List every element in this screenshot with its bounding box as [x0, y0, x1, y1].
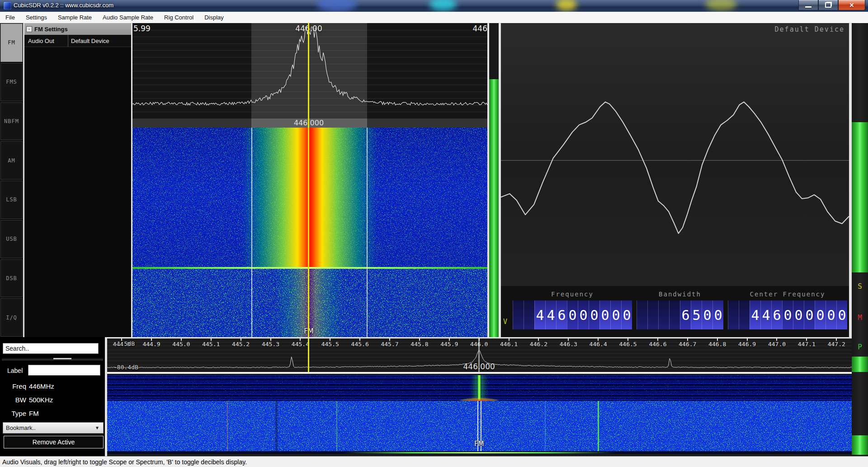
digit-cell[interactable] — [647, 300, 658, 329]
collapse-icon[interactable]: - — [26, 26, 32, 32]
digit-cell[interactable] — [658, 300, 669, 329]
digit-cell[interactable]: 0 — [815, 300, 826, 329]
volume-meter-track[interactable] — [852, 23, 868, 122]
search-input[interactable] — [3, 343, 99, 354]
center-frequency-label: Center Frequency — [750, 286, 826, 298]
overview-level-track[interactable] — [852, 372, 868, 435]
sidebar-item-i-q[interactable]: I/Q — [0, 298, 23, 337]
digit-cell[interactable]: 0 — [782, 300, 793, 329]
digit-cell[interactable]: 4 — [760, 300, 771, 329]
digit-cell[interactable] — [524, 300, 534, 329]
sidebar-item-lsb[interactable]: LSB — [0, 181, 23, 219]
menu-item-file[interactable]: File — [0, 12, 20, 23]
digit-cell[interactable]: 4 — [545, 300, 556, 329]
frequency-cursor — [308, 23, 309, 337]
chevron-down-icon: ▼ — [95, 425, 99, 430]
gridline — [107, 353, 852, 354]
menu-item-rig-control[interactable]: Rig Control — [159, 12, 199, 23]
restore-button[interactable] — [818, 0, 838, 10]
gridline — [107, 346, 852, 346]
peak-hold-button[interactable]: P — [852, 337, 868, 357]
menu-item-settings[interactable]: Settings — [20, 12, 52, 23]
gridline — [132, 112, 487, 112]
digit-cell[interactable]: 4 — [534, 300, 545, 329]
splitter-handle[interactable] — [53, 358, 71, 359]
spectrum-trace — [132, 27, 487, 105]
audio-out-row: Audio Out Default Device — [24, 35, 131, 47]
digit-cell[interactable] — [728, 300, 739, 329]
fm-settings-header: - FM Settings — [24, 23, 131, 35]
digit-cell[interactable]: 0 — [599, 300, 610, 329]
sidebar-item-dsb[interactable]: DSB — [0, 259, 23, 298]
digit-cell[interactable]: 0 — [793, 300, 804, 329]
close-button[interactable]: ✕ — [838, 0, 865, 10]
overview-waterfall-level-fill[interactable] — [852, 435, 868, 455]
sidebar-item-fms[interactable]: FMS — [0, 63, 23, 101]
scope-view[interactable]: Default Device — [501, 23, 849, 286]
demod-band-edge-line[interactable] — [367, 128, 368, 337]
overview-waterfall-upper — [107, 375, 852, 401]
sidebar-item-fm[interactable]: FM — [0, 24, 23, 62]
spectrum-left-freq-label: 5.99 — [133, 24, 151, 33]
gridline — [132, 57, 487, 57]
gridline — [107, 361, 852, 361]
bookmark-info-freq: Freq446MHz — [0, 382, 105, 390]
main-waterfall[interactable]: FM — [132, 128, 487, 337]
digit-cell[interactable]: 0 — [826, 300, 836, 329]
digit-cell[interactable] — [669, 300, 680, 329]
bookmark-info-bw: BW500KHz — [0, 396, 105, 404]
sidebar-item-am[interactable]: AM — [0, 141, 23, 180]
label-input[interactable] — [28, 365, 100, 376]
status-text: Audio Visuals, drag left/right to toggle… — [2, 458, 247, 466]
digit-cell[interactable]: 0 — [836, 300, 847, 329]
minimize-button[interactable] — [798, 0, 818, 10]
digit-cell[interactable]: 0 — [567, 300, 578, 329]
digit-cell[interactable]: 5 — [691, 300, 702, 329]
digit-cell[interactable]: 0 — [712, 300, 723, 329]
demod-type-label: FM — [474, 440, 484, 448]
frequency-digits: 446000000 — [513, 300, 632, 329]
main-spectrum-area: 5.99 446.00 446 446.000 FM — [132, 23, 487, 337]
digit-cell[interactable]: 0 — [578, 300, 589, 329]
bookmark-info-type: TypeFM — [0, 410, 105, 417]
menu-item-sample-rate[interactable]: Sample Rate — [52, 12, 97, 23]
menu-item-display[interactable]: Display — [199, 12, 229, 23]
bookmark-dropdown[interactable]: Bookmark.. ▼ — [3, 422, 104, 434]
solo-button[interactable]: S — [852, 275, 868, 298]
title-bar: CubicSDR v0.2.2 :: www.cubicsdr.com ✕ — [0, 0, 868, 12]
signal-column — [477, 375, 481, 401]
overview-waterfall[interactable]: FM — [107, 375, 852, 454]
waterfall-header-strip: 446.000 — [132, 119, 487, 128]
info-key: Type — [0, 410, 26, 417]
zoomed-spectrum[interactable]: 5.99 446.00 446 — [132, 23, 487, 119]
volume-meter-fill[interactable] — [852, 122, 868, 272]
overview-strip: 444.8444.9445.0445.1445.2445.3445.4445.5… — [107, 338, 852, 456]
menu-item-audio-sample-rate[interactable]: Audio Sample Rate — [97, 12, 159, 23]
digit-cell[interactable]: 0 — [589, 300, 599, 329]
sidebar-item-usb[interactable]: USB — [0, 220, 23, 258]
digit-cell[interactable]: 6 — [556, 300, 567, 329]
digit-cell[interactable]: 0 — [610, 300, 621, 329]
overview-spectrum[interactable]: 444.8444.9445.0445.1445.2445.3445.4445.5… — [107, 338, 852, 372]
digit-cell[interactable]: 6 — [771, 300, 782, 329]
audio-out-value[interactable]: Default Device — [68, 35, 131, 47]
digit-cell[interactable]: 4 — [750, 300, 760, 329]
squelch-meter[interactable] — [489, 23, 499, 337]
digit-cell[interactable]: 0 — [621, 300, 632, 329]
app-icon — [4, 2, 11, 10]
overview-level-fill[interactable] — [852, 357, 868, 372]
sidebar-item-nbfm[interactable]: NBFM — [0, 102, 23, 141]
demod-band-edge-line[interactable] — [251, 128, 252, 337]
remove-active-button[interactable]: Remove Active — [4, 436, 104, 448]
digit-cell[interactable]: 0 — [702, 300, 712, 329]
digit-cell[interactable] — [513, 300, 524, 329]
digit-cell[interactable]: 0 — [804, 300, 815, 329]
digit-cell[interactable] — [637, 300, 647, 329]
signal-streak — [227, 401, 228, 454]
center-frequency-group: Center Frequency 446000000 — [728, 286, 847, 329]
digit-cell[interactable] — [739, 300, 750, 329]
digit-cell[interactable]: 6 — [680, 300, 691, 329]
mute-button[interactable]: M — [852, 298, 868, 337]
splitter[interactable] — [2, 358, 103, 360]
gridline — [132, 105, 487, 105]
